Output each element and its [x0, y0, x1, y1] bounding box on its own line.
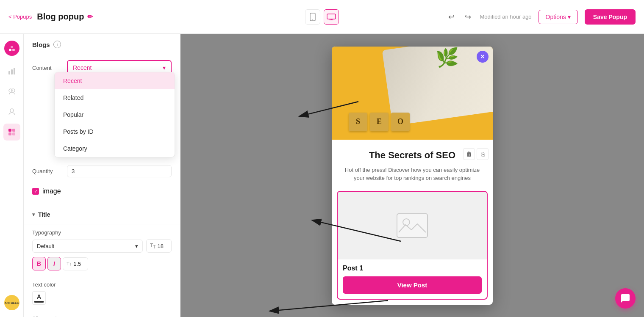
sidebar-item-analytics[interactable]: [3, 63, 20, 80]
plant-decoration: 🌿: [436, 47, 459, 69]
typography-section: Typography Default ▾ TT 18 B I T↕ 1.5: [24, 224, 180, 276]
redo-button[interactable]: ↪: [463, 11, 473, 23]
topbar: < Popups Blog popup ✏ ↩ ↪ Modified an ho…: [0, 0, 644, 34]
settings-panel: Blogs i Content Recent ▾ Recent Related …: [24, 34, 180, 317]
font-size-input: TT 18: [146, 239, 172, 253]
popup-description: Hot off the press! Discover how you can …: [342, 166, 483, 182]
svg-point-10: [11, 89, 15, 92]
svg-point-5: [11, 46, 13, 48]
font-family-select[interactable]: Default ▾: [32, 240, 143, 253]
font-value: Default: [37, 243, 54, 249]
format-buttons: B I T↕ 1.5: [24, 257, 180, 270]
dropdown-item-recent[interactable]: Recent: [55, 72, 175, 89]
image-checkbox[interactable]: ✓: [32, 188, 39, 195]
post-card[interactable]: Post 1 View Post: [337, 191, 488, 300]
bold-button[interactable]: B: [32, 257, 46, 270]
line-height-value[interactable]: 1.5: [73, 261, 81, 267]
user-avatar[interactable]: ARTBEES: [4, 295, 19, 310]
title-section-header[interactable]: ▾ Title: [24, 205, 180, 224]
post-content: Post 1 View Post: [338, 259, 487, 299]
edit-icon[interactable]: ✏: [87, 13, 93, 21]
back-link[interactable]: < Popups: [8, 14, 32, 20]
popup-actions: 🗑 ⎘: [463, 148, 489, 160]
popup-title: The Secrets of SEO: [342, 150, 483, 161]
copy-button[interactable]: ⎘: [477, 148, 489, 160]
dropdown-item-category[interactable]: Category: [55, 140, 175, 157]
topbar-left: < Popups Blog popup ✏: [8, 12, 298, 22]
undo-button[interactable]: ↩: [447, 11, 456, 23]
device-switcher: [305, 9, 339, 25]
desktop-view-button[interactable]: [324, 9, 339, 25]
svg-rect-15: [12, 132, 15, 135]
svg-rect-14: [8, 132, 11, 135]
dropdown-item-posts-by-id[interactable]: Posts by ID: [55, 123, 175, 140]
popup-container: × 🌿 S E O: [332, 47, 493, 305]
svg-rect-2: [327, 14, 336, 19]
main-layout: ARTBEES Blogs i Content Recent ▾ Recent …: [0, 34, 644, 317]
text-color-swatch[interactable]: A: [32, 291, 46, 305]
content-label: Content: [32, 65, 62, 71]
color-bar: [34, 301, 44, 303]
icon-sidebar: ARTBEES: [0, 34, 24, 317]
dropdown-arrow-icon: ▾: [163, 64, 166, 71]
save-popup-button[interactable]: Save Popup: [585, 9, 636, 25]
svg-rect-12: [8, 129, 11, 132]
topbar-right: ↩ ↪ Modified an hour ago Options ▾ Save …: [346, 9, 636, 25]
svg-rect-8: [14, 68, 15, 74]
content-value: Recent: [73, 64, 92, 71]
popup-close-button[interactable]: ×: [477, 51, 489, 63]
canvas: × 🌿 S E O: [180, 34, 644, 317]
popup-content: The Secrets of SEO Hot off the press! Di…: [332, 140, 493, 191]
text-color-section: Text color A: [24, 276, 180, 310]
dropdown-item-popular[interactable]: Popular: [55, 106, 175, 123]
alignment-section: Alignment: [24, 310, 180, 317]
seo-tile-s: S: [349, 113, 367, 131]
chat-fab-button[interactable]: [615, 288, 636, 309]
chevron-down-icon: ▾: [32, 212, 35, 218]
italic-button[interactable]: I: [47, 257, 61, 270]
image-label: image: [42, 187, 61, 195]
content-dropdown-menu: Recent Related Popular Posts by ID Categ…: [54, 72, 175, 157]
dropdown-item-related[interactable]: Related: [55, 89, 175, 106]
popup-card: × 🌿 S E O: [332, 47, 493, 305]
font-row: Default ▾ TT 18: [24, 239, 180, 253]
font-select-arrow: ▾: [135, 243, 138, 249]
mobile-view-button[interactable]: [305, 9, 320, 25]
content-section: Content Recent ▾ Recent Related Popular …: [24, 52, 180, 75]
view-post-button[interactable]: View Post: [343, 276, 482, 294]
svg-rect-6: [8, 71, 10, 74]
text-color-label: Text color: [32, 281, 172, 288]
options-button[interactable]: Options ▾: [539, 10, 578, 24]
post-title: Post 1: [343, 265, 482, 272]
line-height-icon: T↕: [67, 261, 72, 266]
sidebar-item-segments[interactable]: [3, 83, 20, 100]
svg-rect-7: [11, 69, 13, 74]
font-size-icon: TT: [150, 243, 155, 249]
font-size-value[interactable]: 18: [157, 243, 163, 249]
quantity-input[interactable]: [67, 165, 172, 177]
seo-tiles: S E O: [349, 113, 410, 131]
alignment-label: Alignment: [32, 315, 172, 317]
sidebar-item-users[interactable]: [3, 103, 20, 120]
app-logo: [4, 41, 19, 56]
blogs-header: Blogs i: [24, 34, 180, 52]
delete-button[interactable]: 🗑: [463, 148, 475, 160]
svg-rect-13: [12, 129, 15, 132]
color-letter: A: [37, 293, 41, 300]
title-label: Title: [38, 211, 50, 218]
popup-hero-image: 🌿 S E O: [332, 47, 493, 140]
typography-label: Typography: [24, 229, 180, 236]
post-image-placeholder: [338, 192, 487, 259]
modified-text: Modified an hour ago: [480, 14, 531, 20]
svg-rect-25: [397, 214, 427, 237]
quantity-row: Quantity: [24, 165, 180, 187]
svg-point-11: [10, 109, 14, 112]
blogs-label: Blogs: [32, 41, 50, 48]
chevron-down-icon: ▾: [568, 14, 571, 20]
svg-point-1: [312, 19, 313, 20]
seo-tile-e: E: [370, 113, 389, 131]
quantity-label: Quantity: [32, 168, 62, 174]
info-icon[interactable]: i: [53, 41, 61, 48]
sidebar-item-shapes[interactable]: [3, 124, 20, 141]
svg-point-3: [9, 49, 11, 51]
